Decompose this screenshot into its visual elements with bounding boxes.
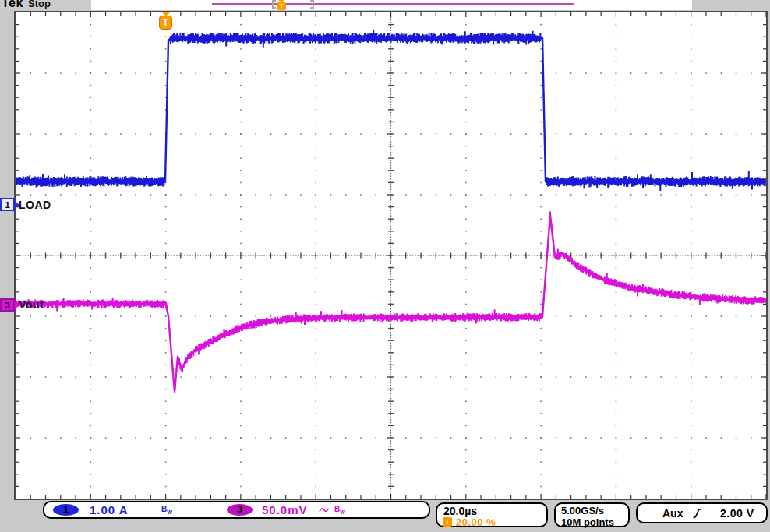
ch3-scale-readout: 50.0mV — [262, 503, 308, 516]
trigger-level-readout: 2.00 V — [720, 507, 754, 520]
trigger-position-flag[interactable]: T — [159, 11, 172, 31]
sample-rate-readout: 5.00GS/s — [561, 505, 604, 516]
oscilloscope-screen: Tek Stop T T 1 LOAD 3 — [0, 0, 770, 532]
rising-edge-icon — [692, 508, 702, 519]
ch1-waveform-label: LOAD — [19, 199, 51, 211]
channel-readout-box[interactable]: 1 1.00 A BW 3 50.0mV BW — [43, 501, 430, 519]
ch1-badge[interactable]: 1 — [53, 504, 79, 516]
graticule-screen — [14, 11, 768, 500]
brand-label: Tek — [2, 0, 23, 10]
ch1-bandwidth-limit-icon: BW — [161, 505, 172, 515]
trigger-position-percent: 20.00 % — [456, 516, 496, 528]
brand-status-bar: Tek Stop — [0, 0, 91, 10]
ch3-marker-number: 3 — [5, 301, 9, 310]
timebase-readout-box[interactable]: 20.0µs T 20.00 % — [436, 502, 548, 527]
record-trigger-flag[interactable]: T — [277, 0, 286, 10]
ch3-sine-wave-icon — [319, 506, 330, 515]
record-window-right-bracket[interactable] — [310, 0, 314, 9]
ch1-marker-number: 1 — [5, 200, 9, 210]
record-view-strip: T — [91, 0, 692, 10]
ch3-trace — [16, 215, 766, 392]
record-view-line — [212, 3, 574, 5]
ch3-bandwidth-limit-icon: BW — [334, 505, 345, 515]
record-length-readout: 10M points — [561, 516, 614, 528]
ch3-waveform-label: Vout — [19, 298, 44, 311]
acquisition-status-label: Stop — [28, 0, 51, 9]
record-window-left-bracket[interactable] — [272, 0, 276, 9]
trigger-source-readout: Aux — [662, 507, 683, 520]
ch1-reference-marker[interactable]: 1 — [0, 198, 15, 211]
ch1-trace — [16, 38, 766, 181]
ch3-badge[interactable]: 3 — [227, 504, 253, 516]
trigger-readout-box[interactable]: Aux 2.00 V — [636, 502, 768, 523]
trigger-t-icon: T — [443, 517, 452, 527]
waveform-plot — [16, 12, 766, 499]
acquisition-readout-box[interactable]: 5.00GS/s 10M points — [554, 502, 630, 527]
trigger-flag-letter: T — [159, 16, 172, 30]
ch3-trace-noise-band — [16, 211, 765, 390]
timebase-scale-readout: 20.0µs — [443, 505, 477, 517]
ch1-scale-readout: 1.00 A — [90, 503, 129, 516]
ch3-reference-marker[interactable]: 3 — [0, 298, 15, 312]
record-trigger-letter: T — [277, 2, 286, 10]
ch1-trace-noise-band — [16, 30, 765, 191]
